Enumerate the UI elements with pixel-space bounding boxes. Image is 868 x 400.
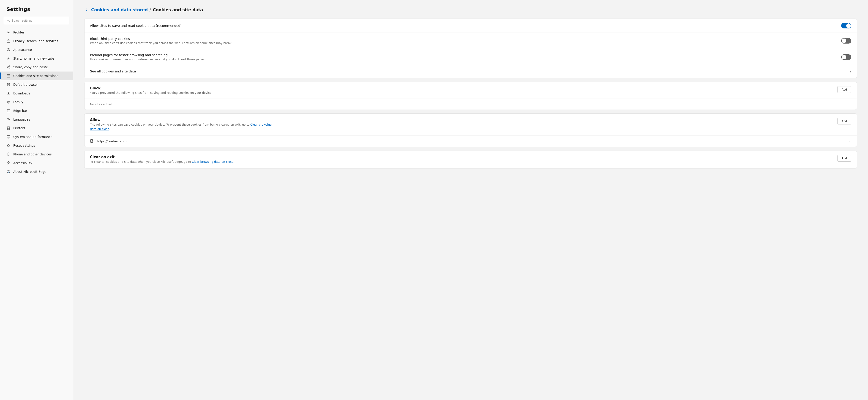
clear-on-exit-header: Clear on exit To clear all cookies and s… <box>85 151 857 169</box>
block-third-party-toggle-thumb <box>842 38 846 43</box>
clear-on-exit-desc-suffix: . <box>234 160 234 164</box>
sidebar-item-edge-bar[interactable]: Edge bar <box>0 106 73 115</box>
allow-cookies-toggle-thumb <box>846 23 851 28</box>
allow-cookies-toggle[interactable] <box>841 23 851 28</box>
sidebar-item-label: Accessibility <box>13 161 32 165</box>
search-input[interactable] <box>12 19 66 22</box>
accessibility-icon <box>6 161 10 165</box>
sidebar-item-reset[interactable]: Reset settings <box>0 141 73 150</box>
sidebar-item-label: Languages <box>13 118 30 121</box>
site-file-icon <box>90 139 94 143</box>
sidebar-item-cookies[interactable]: Cookies and site permissions <box>0 72 73 80</box>
clear-on-exit-desc-link[interactable]: Clear browsing data on close <box>192 160 234 164</box>
sidebar-nav: Profiles Privacy, search, and services A… <box>0 28 73 176</box>
preload-toggle-thumb <box>842 55 846 59</box>
home-icon <box>6 56 10 60</box>
svg-rect-11 <box>7 75 10 77</box>
block-card: Block You've prevented the following sit… <box>84 82 857 110</box>
cookies-icon <box>6 74 10 78</box>
allow-section-header: Allow The following sites can save cooki… <box>85 114 857 136</box>
clear-on-exit-title: Clear on exit <box>90 155 234 159</box>
breadcrumb: Cookies and data stored / Cookies and si… <box>84 7 857 12</box>
sidebar-item-label: Downloads <box>13 91 30 95</box>
svg-point-2 <box>8 31 9 33</box>
clear-on-exit-card: Clear on exit To clear all cookies and s… <box>84 151 857 169</box>
sidebar-item-appearance[interactable]: Appearance <box>0 46 73 54</box>
search-box[interactable] <box>4 17 69 24</box>
svg-point-7 <box>7 67 8 67</box>
back-button[interactable] <box>84 8 88 12</box>
printers-icon <box>6 126 10 130</box>
main-content: Cookies and data stored / Cookies and si… <box>73 0 868 400</box>
allow-desc: The following sites can save cookies on … <box>90 123 278 131</box>
block-section-header: Block You've prevented the following sit… <box>85 82 857 99</box>
see-all-cookies-arrow: › <box>850 69 851 74</box>
allow-add-button[interactable]: Add <box>837 118 851 124</box>
sidebar: Settings Profiles <box>0 0 73 400</box>
breadcrumb-separator: / <box>150 7 151 12</box>
block-third-party-toggle-track <box>841 38 851 44</box>
sidebar-item-label: System and performance <box>13 135 53 139</box>
sidebar-item-system[interactable]: System and performance <box>0 133 73 141</box>
block-add-button[interactable]: Add <box>837 86 851 93</box>
allow-desc-prefix: The following sites can save cookies on … <box>90 123 250 126</box>
sidebar-item-family[interactable]: Family <box>0 98 73 106</box>
sidebar-item-label: Phone and other devices <box>13 152 52 156</box>
sidebar-item-profiles[interactable]: Profiles <box>0 28 73 37</box>
languages-icon <box>6 117 10 121</box>
sidebar-item-label: Edge bar <box>13 109 27 113</box>
reset-icon <box>6 143 10 148</box>
clear-on-exit-desc: To clear all cookies and site data when … <box>90 160 234 164</box>
sidebar-item-label: Cookies and site permissions <box>13 74 58 78</box>
sidebar-item-label: Reset settings <box>13 144 35 147</box>
see-all-cookies-row[interactable]: See all cookies and site data › <box>85 65 857 78</box>
allow-title: Allow <box>90 118 278 122</box>
svg-rect-17 <box>7 109 10 112</box>
downloads-icon <box>6 91 10 95</box>
preload-label: Preload pages for faster browsing and se… <box>90 53 205 57</box>
block-third-party-toggle[interactable] <box>841 38 851 44</box>
system-icon <box>6 135 10 139</box>
sidebar-item-printers[interactable]: Printers <box>0 124 73 133</box>
sidebar-item-label: Family <box>13 100 23 104</box>
sidebar-item-label: Profiles <box>13 30 25 34</box>
sidebar-item-languages[interactable]: Languages <box>0 115 73 124</box>
sidebar-item-downloads[interactable]: Downloads <box>0 89 73 98</box>
svg-point-27 <box>8 171 8 171</box>
sidebar-item-label: Share, copy and paste <box>13 65 48 69</box>
svg-point-8 <box>9 68 10 69</box>
sidebar-item-share[interactable]: Share, copy and paste <box>0 63 73 72</box>
sidebar-item-about[interactable]: About Microsoft Edge <box>0 167 73 176</box>
block-third-party-desc: When on, sites can't use cookies that tr… <box>90 41 232 45</box>
sidebar-item-privacy[interactable]: Privacy, search, and services <box>0 37 73 46</box>
appearance-icon <box>6 48 10 52</box>
allow-site-more-button[interactable]: ··· <box>845 139 851 144</box>
search-icon <box>7 19 10 23</box>
sidebar-item-phone[interactable]: Phone and other devices <box>0 150 73 159</box>
sidebar-item-label: Default browser <box>13 83 38 86</box>
profile-icon <box>6 30 10 34</box>
edgebar-icon <box>6 109 10 113</box>
allow-site-url: https://contoso.com <box>97 140 842 143</box>
svg-point-26 <box>8 162 9 162</box>
svg-rect-5 <box>8 58 9 60</box>
sidebar-item-accessibility[interactable]: Accessibility <box>0 159 73 167</box>
preload-toggle[interactable] <box>841 54 851 60</box>
breadcrumb-current: Cookies and site data <box>153 7 203 12</box>
svg-line-9 <box>8 66 9 67</box>
breadcrumb-link[interactable]: Cookies and data stored <box>91 7 148 12</box>
see-all-cookies-label: See all cookies and site data <box>90 69 136 73</box>
sidebar-item-label: About Microsoft Edge <box>13 170 46 173</box>
sidebar-item-start-home[interactable]: Start, home, and new tabs <box>0 54 73 63</box>
svg-point-6 <box>9 65 10 66</box>
sidebar-item-default-browser[interactable]: Default browser <box>0 80 73 89</box>
allow-cookies-toggle-track <box>841 23 851 28</box>
allow-site-row: https://contoso.com ··· <box>85 136 857 147</box>
clear-on-exit-add-button[interactable]: Add <box>837 155 851 162</box>
sidebar-item-label: Appearance <box>13 48 32 52</box>
allow-desc-suffix: . <box>109 127 110 131</box>
svg-line-10 <box>8 67 9 68</box>
block-desc: You've prevented the following sites fro… <box>90 91 212 94</box>
block-third-party-label: Block third-party cookies <box>90 37 232 40</box>
block-third-party-row: Block third-party cookies When on, sites… <box>85 33 857 49</box>
